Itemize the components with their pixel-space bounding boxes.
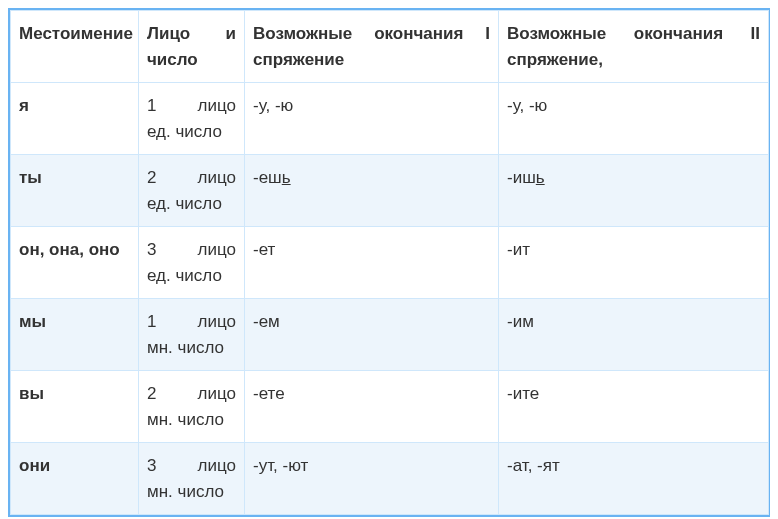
table-row: они 3 лицо мн. число -ут, -ют -ат, -ят bbox=[11, 443, 769, 515]
person-line1: 3 лицо bbox=[147, 453, 236, 479]
conj2-text: -им bbox=[507, 312, 534, 331]
conj1-cell: -ешь bbox=[245, 155, 499, 227]
conj2-cell: -им bbox=[499, 299, 769, 371]
table-row: мы 1 лицо мн. число -ем -им bbox=[11, 299, 769, 371]
person-line2: ед. число bbox=[147, 263, 236, 289]
pronoun-cell: я bbox=[11, 83, 139, 155]
conj1-cell: -ут, -ют bbox=[245, 443, 499, 515]
person-line1: 1 лицо bbox=[147, 309, 236, 335]
conj1-text: -у, -ю bbox=[253, 96, 293, 115]
header-row: Местоимение Лицо и число Возможные оконч… bbox=[11, 11, 769, 83]
person-cell: 1 лицо ед. число bbox=[139, 83, 245, 155]
conj1-ul: ь bbox=[282, 168, 291, 187]
conj2-cell: -ит bbox=[499, 227, 769, 299]
conj2-cell: -ат, -ят bbox=[499, 443, 769, 515]
pronoun-cell: ты bbox=[11, 155, 139, 227]
conjugation-table-container: Местоимение Лицо и число Возможные оконч… bbox=[8, 8, 770, 517]
header-person-number: Лицо и число bbox=[139, 11, 245, 83]
conj2-ul: ь bbox=[536, 168, 545, 187]
person-line1: 1 лицо bbox=[147, 93, 236, 119]
conj2-text: -ите bbox=[507, 384, 539, 403]
person-cell: 1 лицо мн. число bbox=[139, 299, 245, 371]
pronoun-cell: вы bbox=[11, 371, 139, 443]
pronoun-cell: они bbox=[11, 443, 139, 515]
conj2-text: -иш bbox=[507, 168, 536, 187]
conj1-cell: -ет bbox=[245, 227, 499, 299]
conj1-cell: -ете bbox=[245, 371, 499, 443]
person-line2: ед. число bbox=[147, 119, 236, 145]
person-line1: 3 лицо bbox=[147, 237, 236, 263]
person-line1: 2 лицо bbox=[147, 165, 236, 191]
header-pronoun: Местоимение bbox=[11, 11, 139, 83]
person-cell: 2 лицо ед. число bbox=[139, 155, 245, 227]
conj1-cell: -у, -ю bbox=[245, 83, 499, 155]
table-row: я 1 лицо ед. число -у, -ю -у, -ю bbox=[11, 83, 769, 155]
conjugation-table: Местоимение Лицо и число Возможные оконч… bbox=[10, 10, 769, 515]
person-cell: 3 лицо мн. число bbox=[139, 443, 245, 515]
conj1-text: -ет bbox=[253, 240, 275, 259]
conj2-text: -у, -ю bbox=[507, 96, 547, 115]
person-line1: 2 лицо bbox=[147, 381, 236, 407]
person-cell: 2 лицо мн. число bbox=[139, 371, 245, 443]
conj2-cell: -ишь bbox=[499, 155, 769, 227]
person-line2: мн. число bbox=[147, 407, 236, 433]
conj1-text: -ете bbox=[253, 384, 285, 403]
conj2-cell: -у, -ю bbox=[499, 83, 769, 155]
person-line2: ед. число bbox=[147, 191, 236, 217]
conj2-text: -ит bbox=[507, 240, 530, 259]
pronoun-cell: он, она, оно bbox=[11, 227, 139, 299]
conj2-text: -ат, -ят bbox=[507, 456, 560, 475]
pronoun-cell: мы bbox=[11, 299, 139, 371]
table-row: он, она, оно 3 лицо ед. число -ет -ит bbox=[11, 227, 769, 299]
header-endings-i: Возможные окончания I спряжение bbox=[245, 11, 499, 83]
conj1-text: -еш bbox=[253, 168, 282, 187]
header-endings-ii: Возможные окончания II спряжение, bbox=[499, 11, 769, 83]
table-row: ты 2 лицо ед. число -ешь -ишь bbox=[11, 155, 769, 227]
person-line2: мн. число bbox=[147, 479, 236, 505]
person-cell: 3 лицо ед. число bbox=[139, 227, 245, 299]
conj2-cell: -ите bbox=[499, 371, 769, 443]
table-row: вы 2 лицо мн. число -ете -ите bbox=[11, 371, 769, 443]
conj1-text: -ут, -ют bbox=[253, 456, 308, 475]
conj1-cell: -ем bbox=[245, 299, 499, 371]
person-line2: мн. число bbox=[147, 335, 236, 361]
conj1-text: -ем bbox=[253, 312, 280, 331]
